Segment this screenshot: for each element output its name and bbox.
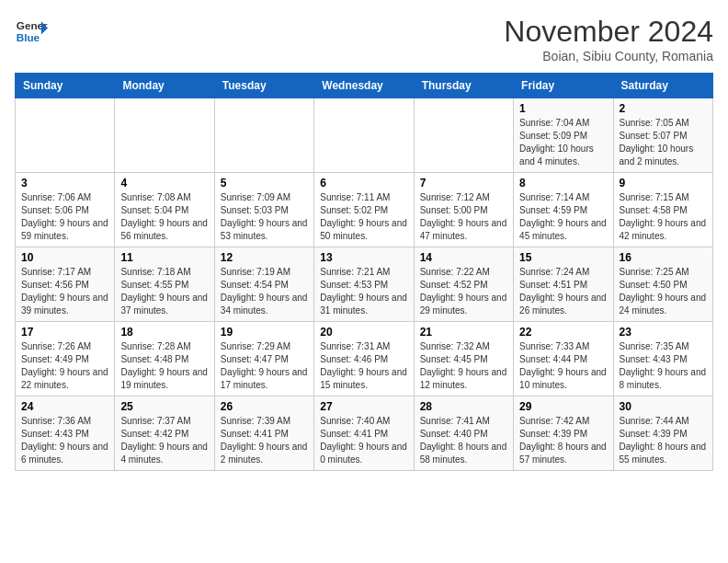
calendar-cell: 7Sunrise: 7:12 AMSunset: 5:00 PMDaylight… [414,173,513,247]
day-number: 18 [120,326,208,339]
day-number: 24 [21,400,108,413]
calendar-cell: 28Sunrise: 7:41 AMSunset: 4:40 PMDayligh… [414,396,513,471]
day-info: Sunrise: 7:12 AMSunset: 5:00 PMDaylight:… [420,191,507,243]
calendar-cell: 6Sunrise: 7:11 AMSunset: 5:02 PMDaylight… [314,173,414,247]
calendar-cell: 20Sunrise: 7:31 AMSunset: 4:46 PMDayligh… [314,322,414,396]
calendar-cell: 3Sunrise: 7:06 AMSunset: 5:06 PMDaylight… [16,173,115,247]
weekday-header-wednesday: Wednesday [314,74,414,98]
day-info: Sunrise: 7:33 AMSunset: 4:44 PMDaylight:… [519,340,607,392]
day-number: 20 [320,326,407,339]
day-info: Sunrise: 7:35 AMSunset: 4:43 PMDaylight:… [620,340,707,392]
day-number: 19 [221,326,308,339]
day-number: 3 [21,177,108,190]
calendar-cell: 4Sunrise: 7:08 AMSunset: 5:04 PMDaylight… [115,173,214,247]
calendar-cell [214,98,313,173]
day-info: Sunrise: 7:24 AMSunset: 4:51 PMDaylight:… [519,266,607,317]
day-number: 27 [320,400,407,413]
page-header: General Blue November 2024 Boian, Sibiu … [15,15,713,63]
calendar-cell [414,98,513,173]
day-number: 15 [519,251,607,264]
calendar-week-row: 10Sunrise: 7:17 AMSunset: 4:56 PMDayligh… [16,247,713,322]
day-info: Sunrise: 7:25 AMSunset: 4:50 PMDaylight:… [620,266,707,317]
calendar-cell [16,98,115,173]
day-number: 9 [620,177,707,190]
day-number: 29 [519,400,607,413]
day-number: 12 [221,251,308,264]
day-number: 28 [420,400,507,413]
calendar-cell: 2Sunrise: 7:05 AMSunset: 5:07 PMDaylight… [613,98,712,173]
calendar-header-row: SundayMondayTuesdayWednesdayThursdayFrid… [16,74,713,98]
calendar-cell: 21Sunrise: 7:32 AMSunset: 4:45 PMDayligh… [414,322,513,396]
calendar-cell: 26Sunrise: 7:39 AMSunset: 4:41 PMDayligh… [214,396,313,471]
day-number: 22 [519,326,607,339]
calendar-cell [115,98,214,173]
day-number: 17 [21,326,108,339]
day-info: Sunrise: 7:04 AMSunset: 5:09 PMDaylight:… [519,117,607,168]
day-info: Sunrise: 7:09 AMSunset: 5:03 PMDaylight:… [221,191,308,243]
day-number: 10 [21,251,108,264]
weekday-header-saturday: Saturday [613,74,712,98]
weekday-header-tuesday: Tuesday [214,74,313,98]
day-number: 16 [620,251,707,264]
day-number: 26 [221,400,308,413]
calendar-cell: 27Sunrise: 7:40 AMSunset: 4:41 PMDayligh… [314,396,414,471]
day-info: Sunrise: 7:14 AMSunset: 4:59 PMDaylight:… [519,191,607,243]
calendar-cell: 23Sunrise: 7:35 AMSunset: 4:43 PMDayligh… [613,322,712,396]
calendar-cell: 11Sunrise: 7:18 AMSunset: 4:55 PMDayligh… [115,247,214,322]
calendar-cell: 29Sunrise: 7:42 AMSunset: 4:39 PMDayligh… [514,396,613,471]
day-number: 4 [120,177,208,190]
day-info: Sunrise: 7:41 AMSunset: 4:40 PMDaylight:… [420,415,507,466]
day-info: Sunrise: 7:36 AMSunset: 4:43 PMDaylight:… [21,415,108,466]
day-info: Sunrise: 7:28 AMSunset: 4:48 PMDaylight:… [120,340,208,392]
calendar-cell: 25Sunrise: 7:37 AMSunset: 4:42 PMDayligh… [115,396,214,471]
calendar-cell: 22Sunrise: 7:33 AMSunset: 4:44 PMDayligh… [514,322,613,396]
calendar-cell: 14Sunrise: 7:22 AMSunset: 4:52 PMDayligh… [414,247,513,322]
location: Boian, Sibiu County, Romania [504,49,713,63]
day-info: Sunrise: 7:15 AMSunset: 4:58 PMDaylight:… [620,191,707,243]
calendar-week-row: 3Sunrise: 7:06 AMSunset: 5:06 PMDaylight… [16,173,713,247]
weekday-header-friday: Friday [514,74,613,98]
weekday-header-sunday: Sunday [16,74,115,98]
day-info: Sunrise: 7:44 AMSunset: 4:39 PMDaylight:… [620,415,707,466]
day-number: 25 [120,400,208,413]
weekday-header-thursday: Thursday [414,74,513,98]
day-info: Sunrise: 7:26 AMSunset: 4:49 PMDaylight:… [21,340,108,392]
calendar-cell: 12Sunrise: 7:19 AMSunset: 4:54 PMDayligh… [214,247,313,322]
calendar-table: SundayMondayTuesdayWednesdayThursdayFrid… [15,73,713,471]
calendar-cell: 5Sunrise: 7:09 AMSunset: 5:03 PMDaylight… [214,173,313,247]
day-number: 30 [620,400,707,413]
day-info: Sunrise: 7:11 AMSunset: 5:02 PMDaylight:… [320,191,407,243]
day-number: 23 [620,326,707,339]
day-info: Sunrise: 7:40 AMSunset: 4:41 PMDaylight:… [320,415,407,466]
day-info: Sunrise: 7:29 AMSunset: 4:47 PMDaylight:… [221,340,308,392]
calendar-cell [314,98,414,173]
day-info: Sunrise: 7:39 AMSunset: 4:41 PMDaylight:… [221,415,308,466]
calendar-week-row: 17Sunrise: 7:26 AMSunset: 4:49 PMDayligh… [16,322,713,396]
day-info: Sunrise: 7:06 AMSunset: 5:06 PMDaylight:… [21,191,108,243]
calendar-cell: 30Sunrise: 7:44 AMSunset: 4:39 PMDayligh… [613,396,712,471]
calendar-cell: 8Sunrise: 7:14 AMSunset: 4:59 PMDaylight… [514,173,613,247]
calendar-cell: 9Sunrise: 7:15 AMSunset: 4:58 PMDaylight… [613,173,712,247]
calendar-week-row: 1Sunrise: 7:04 AMSunset: 5:09 PMDaylight… [16,98,713,173]
calendar-cell: 1Sunrise: 7:04 AMSunset: 5:09 PMDaylight… [514,98,613,173]
day-info: Sunrise: 7:42 AMSunset: 4:39 PMDaylight:… [519,415,607,466]
day-number: 8 [519,177,607,190]
day-number: 13 [320,251,407,264]
calendar-cell: 15Sunrise: 7:24 AMSunset: 4:51 PMDayligh… [514,247,613,322]
day-number: 21 [420,326,507,339]
day-info: Sunrise: 7:08 AMSunset: 5:04 PMDaylight:… [120,191,208,243]
day-info: Sunrise: 7:22 AMSunset: 4:52 PMDaylight:… [420,266,507,317]
calendar-cell: 24Sunrise: 7:36 AMSunset: 4:43 PMDayligh… [16,396,115,471]
day-info: Sunrise: 7:21 AMSunset: 4:53 PMDaylight:… [320,266,407,317]
day-info: Sunrise: 7:05 AMSunset: 5:07 PMDaylight:… [620,117,707,168]
day-number: 1 [519,102,607,115]
day-info: Sunrise: 7:17 AMSunset: 4:56 PMDaylight:… [21,266,108,317]
weekday-header-monday: Monday [115,74,214,98]
day-info: Sunrise: 7:31 AMSunset: 4:46 PMDaylight:… [320,340,407,392]
day-number: 14 [420,251,507,264]
day-number: 2 [620,102,707,115]
day-info: Sunrise: 7:19 AMSunset: 4:54 PMDaylight:… [221,266,308,317]
svg-text:Blue: Blue [17,31,40,43]
calendar-cell: 19Sunrise: 7:29 AMSunset: 4:47 PMDayligh… [214,322,313,396]
day-number: 6 [320,177,407,190]
